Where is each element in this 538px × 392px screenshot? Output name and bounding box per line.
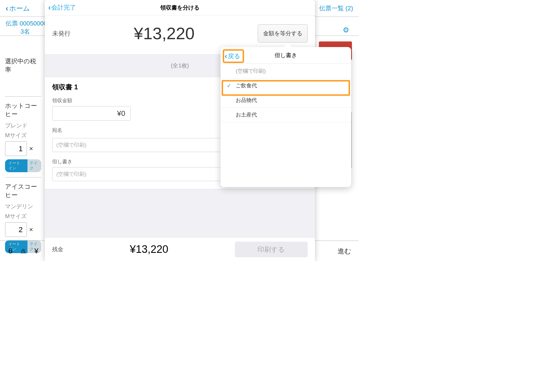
note-placeholder: (空欄で印刷) (56, 171, 87, 178)
print-button[interactable]: 印刷する (235, 242, 308, 257)
popover-back-label: 戻る (228, 52, 240, 60)
popover-title: 但し書き (275, 52, 297, 59)
multiply-icon: × (29, 145, 33, 153)
remaining-amount: ¥13,220 (69, 243, 229, 255)
qty-input[interactable]: 2 (5, 222, 27, 237)
modal-back-label: 会計完了 (51, 3, 76, 12)
total-amount: ¥13,220 (71, 24, 258, 43)
item-variant: マンデリン (5, 203, 41, 210)
item-size: Mサイズ (5, 213, 41, 220)
qty-input[interactable]: 1 (5, 141, 27, 156)
note-option-souvenir[interactable]: お土産代 (221, 108, 351, 122)
item-count-unit: 点 (21, 248, 26, 255)
unissued-label: 未発行 (52, 29, 71, 38)
eatin-tag[interactable]: イートイン (5, 159, 27, 172)
note-option-blank[interactable]: (空欄で印刷) (221, 64, 351, 78)
popover-back-button[interactable]: ‹ 戻る (225, 52, 240, 60)
check-icon: ✓ (227, 82, 231, 89)
highlight-back: ‹ 戻る (223, 49, 244, 63)
item-count: 6 (8, 247, 12, 255)
proceed-button[interactable]: 進む (338, 247, 351, 256)
note-option-dining[interactable]: ✓ ご飲食代 (221, 78, 351, 93)
yen-symbol: ¥ (34, 247, 38, 255)
note-popover: ‹ 戻る 但し書き (空欄で印刷) ✓ ご飲食代 お品物代 お土産代 (221, 47, 351, 187)
tax-rate-label: 選択中の税率 (5, 41, 41, 74)
option-label: お品物代 (236, 97, 257, 104)
option-label: (空欄で印刷) (236, 67, 266, 75)
item-variant: ブレンド (5, 122, 41, 129)
option-label: ご飲食代 (236, 82, 257, 89)
chevron-left-icon: ‹ (225, 52, 227, 60)
split-evenly-button[interactable]: 金額を等分する (258, 24, 308, 43)
modal-back-button[interactable]: ‹ 会計完了 (48, 3, 76, 12)
slip-number: 伝票 00050000 (6, 20, 47, 27)
home-label: ホーム (9, 4, 30, 13)
chevron-left-icon: ‹ (48, 3, 51, 12)
party-size: 3名 (6, 28, 45, 36)
remaining-label: 残金 (52, 246, 63, 253)
gear-icon[interactable]: ⚙ (343, 26, 349, 34)
item-name: ホットコーヒー (5, 102, 41, 118)
multiply-icon: × (29, 226, 33, 234)
takeout-tag[interactable]: テイク (27, 159, 41, 172)
slip-list-link[interactable]: 伝票一覧 (2) (319, 4, 353, 13)
option-label: お土産代 (236, 111, 257, 118)
note-option-goods[interactable]: お品物代 (221, 93, 351, 108)
addressee-placeholder: (空欄で印刷) (56, 141, 87, 149)
home-back-button[interactable]: ‹ ホーム (6, 4, 30, 13)
chevron-left-icon: ‹ (6, 4, 8, 13)
modal-title: 領収書を分ける (160, 4, 200, 11)
item-size: Mサイズ (5, 132, 41, 139)
receipt-amount-input[interactable]: ¥0 (52, 106, 131, 121)
item-name: アイスコーヒー (5, 183, 41, 199)
addressee-field-label: 宛名 (52, 127, 62, 134)
